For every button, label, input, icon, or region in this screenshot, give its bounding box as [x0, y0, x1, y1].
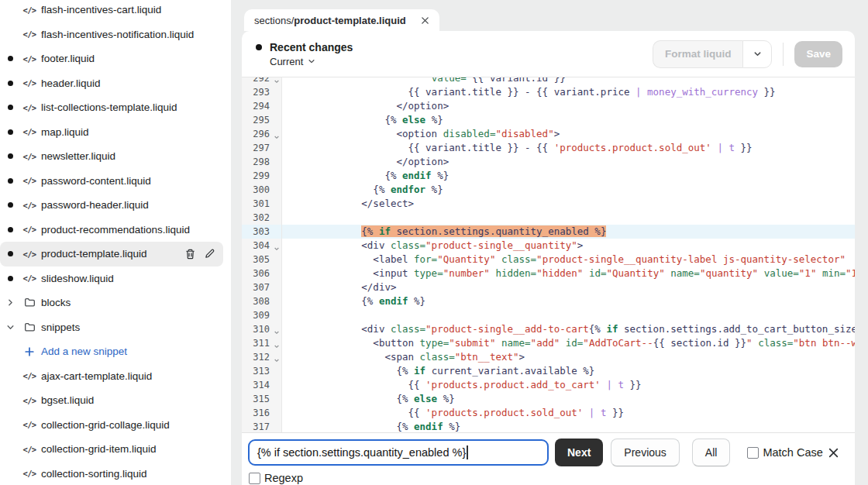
line-number: 297 [242, 141, 282, 155]
all-button[interactable]: All [692, 439, 731, 466]
match-case-checkbox[interactable] [747, 447, 759, 459]
version-selector[interactable]: Current [270, 56, 353, 67]
toolbar-divider [783, 43, 784, 66]
code-line-317[interactable]: 317 {% endif %} [242, 420, 855, 432]
sidebar-item-product-recommendations-liquid[interactable]: </>product-recommendations.liquid [0, 218, 223, 242]
code-file-icon: </> [22, 445, 36, 454]
modified-dot-icon [8, 251, 13, 256]
pencil-button[interactable] [204, 248, 215, 260]
tab-close-icon[interactable] [421, 16, 429, 25]
sidebar-item-collection-grid-item-liquid[interactable]: </>collection-grid-item.liquid [0, 437, 223, 462]
file-label: product-recommendations.liquid [41, 224, 190, 236]
code-line-304[interactable]: 304 <div class="product-single__quantity… [242, 239, 855, 253]
file-label: snippets [41, 322, 80, 333]
sidebar-item-map-liquid[interactable]: </>map.liquid [0, 120, 223, 145]
code-fold-icon[interactable] [274, 134, 280, 140]
line-number: 314 [242, 378, 282, 392]
modified-dot-icon [8, 153, 13, 159]
code-line-315[interactable]: 315 {% else %} [242, 392, 855, 406]
sidebar-add-snippet-link[interactable]: Add a new snippet [0, 339, 223, 364]
code-line-306[interactable]: 306 <input type="number" hidden="hidden"… [242, 267, 855, 280]
code-line-303[interactable]: 303 {% if section.settings.quantity_enab… [242, 225, 855, 239]
sidebar-item-collection-sorting-liquid[interactable]: </>collection-sorting.liquid [0, 462, 223, 485]
code-line-302[interactable]: 302 [242, 211, 855, 225]
code-line-292[interactable]: 292 value="{{ variant.id }}" [242, 77, 855, 85]
code-line-307[interactable]: 307 </div> [242, 280, 855, 294]
file-label: footer.liquid [41, 53, 95, 64]
sidebar-item-password-header-liquid[interactable]: </>password-header.liquid [0, 193, 223, 218]
code-file-icon: </> [22, 469, 36, 478]
sidebar-item-snippets[interactable]: snippets [0, 315, 223, 340]
code-editor-area[interactable]: 292 value="{{ variant.id }}"293 {{ varia… [242, 77, 855, 432]
modified-dot-icon [8, 178, 13, 184]
modified-dot-icon [8, 276, 13, 281]
format-options-button[interactable] [742, 40, 772, 68]
code-line-295[interactable]: 295 {% else %} [242, 113, 855, 127]
format-liquid-button[interactable]: Format liquid [653, 40, 743, 68]
sidebar-item-collection-grid-collage-liquid[interactable]: </>collection-grid-collage.liquid [0, 413, 223, 438]
code-line-316[interactable]: 316 {{ 'products.product.sold_out' | t }… [242, 406, 855, 420]
code-fold-icon[interactable] [274, 78, 280, 84]
line-content: {% endfor %} [282, 183, 855, 197]
line-number: 310 [242, 322, 282, 336]
line-number: 307 [242, 280, 282, 294]
code-line-309[interactable]: 309 [242, 308, 855, 322]
sidebar-item-flash-incentives-cart-liquid[interactable]: </>flash-incentives-cart.liquid [0, 0, 223, 22]
sidebar-item-bgset-liquid[interactable]: </>bgset.liquid [0, 388, 223, 413]
code-line-308[interactable]: 308 {% endif %} [242, 294, 855, 308]
sidebar-item-list-collections-template-liquid[interactable]: </>list-collections-template.liquid [0, 95, 223, 120]
code-line-299[interactable]: 299 {% endif %} [242, 169, 855, 183]
sidebar-item-product-template-liquid[interactable]: </>product-template.liquid [0, 242, 223, 267]
code-line-300[interactable]: 300 {% endfor %} [242, 183, 855, 197]
code-line-294[interactable]: 294 </option> [242, 99, 855, 113]
sidebar-item-header-liquid[interactable]: </>header.liquid [0, 71, 223, 96]
chevron-right-icon[interactable] [6, 298, 15, 307]
tab-product-template[interactable]: sections/product-template.liquid [244, 9, 439, 31]
file-label: product-template.liquid [41, 248, 147, 260]
regexp-checkbox[interactable] [249, 473, 260, 484]
code-fold-icon[interactable] [274, 343, 280, 349]
code-line-296[interactable]: 296 <option disabled="disabled"> [242, 127, 855, 141]
previous-button[interactable]: Previous [611, 439, 679, 466]
line-number: 316 [242, 406, 282, 420]
code-line-293[interactable]: 293 {{ variant.title }} - {{ variant.pri… [242, 85, 855, 99]
code-fold-icon[interactable] [274, 357, 280, 363]
chevron-down-icon[interactable] [6, 323, 15, 332]
code-line-298[interactable]: 298 </option> [242, 155, 855, 169]
line-content: <label for="Quantity" class="product-sin… [282, 253, 855, 267]
sidebar-item-newsletter-liquid[interactable]: </>newsletter.liquid [0, 144, 223, 169]
file-label: map.liquid [41, 126, 89, 138]
file-label: collection-sorting.liquid [41, 468, 147, 480]
line-content: </option> [282, 155, 855, 169]
code-line-312[interactable]: 312 <span class="btn__text"> [242, 350, 855, 364]
code-line-314[interactable]: 314 {{ 'products.product.add_to_cart' | … [242, 378, 855, 392]
trash-button[interactable] [184, 248, 196, 260]
code-line-305[interactable]: 305 <label for="Quantity" class="product… [242, 253, 855, 267]
code-line-313[interactable]: 313 {% if current_variant.available %} [242, 364, 855, 378]
sidebar-item-slideshow-liquid[interactable]: </>slideshow.liquid [0, 267, 223, 291]
line-number: 292 [242, 77, 282, 85]
pencil-icon[interactable] [204, 248, 215, 260]
line-content: <div class="product-single__quantity"> [282, 239, 855, 253]
code-line-301[interactable]: 301 </select> [242, 197, 855, 211]
modified-dot-icon [8, 56, 13, 61]
sidebar-item-ajax-cart-template-liquid[interactable]: </>ajax-cart-template.liquid [0, 364, 223, 389]
code-fold-icon[interactable] [274, 246, 280, 252]
close-search-icon[interactable] [828, 447, 839, 459]
trash-icon[interactable] [184, 248, 196, 260]
save-button[interactable]: Save [794, 41, 842, 67]
code-line-297[interactable]: 297 {{ variant.title }} - {{ 'products.p… [242, 141, 855, 155]
sidebar-item-flash-incentives-notification-liquid[interactable]: </>flash-incentives-notification.liquid [0, 22, 223, 47]
search-input[interactable]: {% if section.settings.quantity_enabled … [248, 439, 549, 466]
code-fold-icon[interactable] [274, 329, 280, 335]
line-number: 304 [242, 239, 282, 253]
code-line-310[interactable]: 310 <div class="product-single__add-to-c… [242, 322, 855, 336]
modified-dot-icon [8, 105, 13, 110]
code-line-311[interactable]: 311 <button type="submit" name="add" id=… [242, 336, 855, 350]
sidebar-item-password-content-liquid[interactable]: </>password-content.liquid [0, 169, 223, 194]
sidebar-item-footer-liquid[interactable]: </>footer.liquid [0, 46, 223, 71]
line-number: 301 [242, 197, 282, 211]
sidebar-item-blocks[interactable]: blocks [0, 291, 223, 315]
line-number: 315 [242, 392, 282, 406]
next-button[interactable]: Next [555, 439, 603, 466]
